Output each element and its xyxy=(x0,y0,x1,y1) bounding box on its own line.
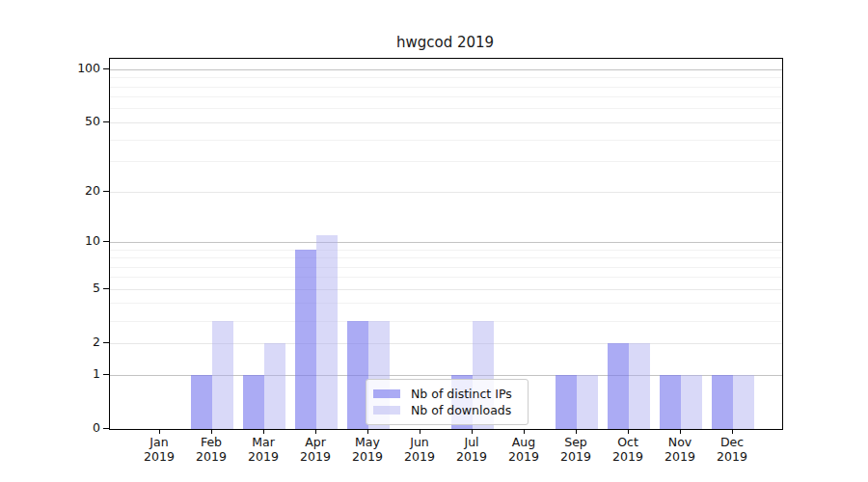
gridline xyxy=(110,77,782,78)
y-tick-label: 20 xyxy=(39,184,100,198)
chart-title: hwgcod 2019 xyxy=(109,34,781,51)
x-tick-mark xyxy=(420,429,420,434)
x-tick-label: May2019 xyxy=(341,435,393,464)
legend-item-distinct-ips: Nb of distinct IPs xyxy=(373,386,520,402)
gridline xyxy=(110,303,782,304)
x-tick-label: Apr2019 xyxy=(289,435,341,464)
legend-label-distinct-ips: Nb of distinct IPs xyxy=(411,387,512,401)
y-tick-mark xyxy=(103,342,109,343)
x-tick-mark xyxy=(680,429,681,434)
x-tick-mark xyxy=(628,429,629,434)
y-tick-mark xyxy=(103,288,109,289)
y-tick-mark xyxy=(103,428,109,429)
y-tick-label: 10 xyxy=(39,234,100,248)
bar-distinct-ips xyxy=(295,250,316,429)
bar-distinct-ips xyxy=(660,375,681,429)
x-tick-mark xyxy=(367,429,368,434)
gridline xyxy=(110,96,782,97)
y-tick-label: 0 xyxy=(39,421,100,435)
gridline xyxy=(110,257,782,258)
x-tick-mark xyxy=(159,429,160,434)
legend-swatch-downloads-icon xyxy=(373,406,400,415)
gridline xyxy=(110,250,782,251)
gridline xyxy=(110,161,782,162)
bar-distinct-ips xyxy=(243,375,264,429)
x-tick-label: Aug2019 xyxy=(498,435,550,464)
x-tick-label: Jun2019 xyxy=(393,435,446,464)
y-tick-mark xyxy=(103,121,109,122)
gridline xyxy=(110,192,782,193)
x-tick-mark xyxy=(263,429,264,434)
legend-item-downloads: Nb of downloads xyxy=(373,402,520,418)
x-tick-mark xyxy=(576,429,577,434)
x-tick-mark xyxy=(472,429,473,434)
y-tick-label: 5 xyxy=(39,281,100,295)
bar-distinct-ips xyxy=(608,343,629,429)
gridline xyxy=(110,87,782,88)
legend-swatch-distinct-ips-icon xyxy=(373,389,400,398)
gridline xyxy=(110,343,782,344)
x-tick-mark xyxy=(211,429,212,434)
y-tick-mark xyxy=(103,68,109,69)
x-tick-label: Sep2019 xyxy=(550,435,602,464)
gridline xyxy=(110,108,782,109)
x-tick-label: Jan2019 xyxy=(133,435,185,464)
legend: Nb of distinct IPs Nb of downloads xyxy=(366,379,529,425)
bar-downloads xyxy=(316,235,338,429)
x-tick-label: Mar2019 xyxy=(237,435,289,464)
gridline xyxy=(110,321,782,322)
gridline xyxy=(110,242,782,243)
gridline xyxy=(110,277,782,278)
x-tick-label: Jul2019 xyxy=(446,435,498,464)
bar-downloads xyxy=(681,375,702,429)
y-tick-label: 50 xyxy=(39,115,100,128)
gridline xyxy=(110,122,782,123)
x-tick-mark xyxy=(524,429,525,434)
y-tick-mark xyxy=(103,241,109,242)
gridline xyxy=(110,140,782,141)
bar-downloads xyxy=(264,343,285,429)
x-tick-label: Feb2019 xyxy=(185,435,237,464)
x-tick-mark xyxy=(315,429,316,434)
gridline xyxy=(110,289,782,290)
y-tick-label: 1 xyxy=(39,367,100,381)
bar-downloads xyxy=(629,343,650,429)
gridline xyxy=(110,69,782,70)
y-tick-label: 2 xyxy=(39,335,100,349)
x-tick-label: Dec2019 xyxy=(706,435,758,464)
figure: hwgcod 2019 Nb of distinct IPs Nb of dow… xyxy=(0,0,868,482)
y-tick-mark xyxy=(103,191,109,192)
bar-downloads xyxy=(212,321,233,429)
x-tick-label: Nov2019 xyxy=(654,435,706,464)
bar-distinct-ips xyxy=(191,375,212,429)
y-tick-label: 100 xyxy=(39,62,100,75)
bar-distinct-ips xyxy=(556,375,577,429)
bar-downloads xyxy=(577,375,598,429)
x-tick-label: Oct2019 xyxy=(602,435,654,464)
bar-downloads xyxy=(733,375,754,429)
gridline xyxy=(110,267,782,268)
y-tick-mark xyxy=(103,374,109,375)
plot-area: Nb of distinct IPs Nb of downloads xyxy=(109,58,783,430)
legend-label-downloads: Nb of downloads xyxy=(411,403,511,417)
x-tick-mark xyxy=(732,429,733,434)
bar-distinct-ips xyxy=(712,375,733,429)
